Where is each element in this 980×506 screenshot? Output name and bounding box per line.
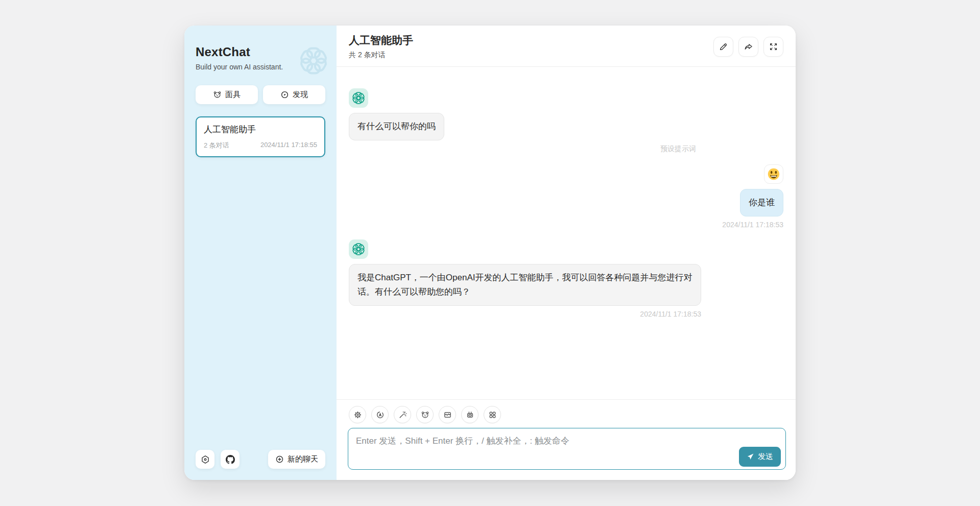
mask-icon [213, 90, 222, 99]
chat-item-title: 人工智能助手 [204, 124, 317, 135]
message-bubble[interactable]: 有什么可以帮你的吗 [349, 113, 444, 140]
chat-panel: 人工智能助手 共 2 条对话 [337, 26, 796, 480]
new-chat-button[interactable]: 新的聊天 [268, 450, 325, 469]
theme-toggle-button[interactable] [371, 406, 389, 423]
settings-icon [201, 455, 210, 464]
clear-context-icon [443, 411, 452, 419]
robot-icon [466, 411, 474, 419]
masks-button[interactable]: 面具 [196, 85, 258, 104]
fullscreen-button[interactable] [763, 37, 783, 57]
chat-list: 人工智能助手 2 条对话 2024/11/1 17:18:55 [196, 116, 325, 450]
assistant-avatar [349, 88, 368, 108]
share-button[interactable] [738, 37, 758, 57]
message-content: 你是谁 2024/11/1 17:18:53 [722, 189, 783, 229]
share-icon [744, 42, 753, 52]
app-window: NextChat Build your own AI assistant. 面具… [184, 26, 796, 480]
message-bubble[interactable]: 你是谁 [740, 189, 783, 216]
chat-header-text: 人工智能助手 共 2 条对话 [349, 33, 413, 60]
send-button-label: 发送 [758, 452, 773, 462]
message-content: 有什么可以帮你的吗 预设提示词 [349, 113, 701, 154]
input-area: 发送 [337, 428, 796, 480]
sidebar: NextChat Build your own AI assistant. 面具… [184, 26, 337, 480]
paper-plane-icon [747, 453, 754, 461]
assistant-message: 有什么可以帮你的吗 预设提示词 [349, 88, 783, 154]
shortcut-commands-button[interactable] [484, 406, 501, 423]
composer: 发送 [337, 399, 796, 480]
assistant-message: 我是ChatGPT，一个由OpenAI开发的人工智能助手，我可以回答各种问题并与… [349, 239, 783, 318]
message-list: 有什么可以帮你的吗 预设提示词 你是谁 2024/ [337, 67, 796, 399]
preset-prompt-hint: 预设提示词 [660, 144, 696, 154]
openai-logo-icon [352, 243, 365, 256]
github-button[interactable] [221, 450, 240, 469]
send-button[interactable]: 发送 [739, 447, 781, 467]
sidebar-toolbar: 面具 发现 [196, 85, 325, 104]
wand-icon [398, 411, 407, 419]
openai-logo-icon [352, 91, 365, 105]
chat-item-info: 2 条对话 2024/11/1 17:18:55 [204, 141, 317, 150]
chat-item-time: 2024/11/1 17:18:55 [260, 141, 317, 150]
clear-context-button[interactable] [439, 406, 456, 423]
composer-toolbar [337, 400, 796, 428]
rename-button[interactable] [713, 37, 733, 57]
pencil-icon [719, 42, 728, 52]
model-select-button[interactable] [461, 406, 479, 423]
settings-button[interactable] [196, 450, 214, 469]
prompt-wand-button[interactable] [394, 406, 411, 423]
chat-settings-button[interactable] [349, 406, 366, 423]
mask-button[interactable] [416, 406, 434, 423]
chat-header: 人工智能助手 共 2 条对话 [337, 26, 796, 67]
discover-button[interactable]: 发现 [263, 85, 325, 104]
message-timestamp: 2024/11/1 17:18:53 [640, 310, 701, 318]
new-chat-label: 新的聊天 [288, 454, 318, 464]
chat-title: 人工智能助手 [349, 33, 413, 47]
assistant-avatar [349, 239, 368, 259]
chat-item-count: 2 条对话 [204, 141, 229, 150]
openai-logo-watermark-icon [299, 46, 328, 76]
discover-icon [280, 90, 289, 99]
grinning-emoji-icon [767, 167, 780, 181]
gear-icon [353, 411, 362, 419]
message-timestamp: 2024/11/1 17:18:53 [722, 221, 783, 229]
user-message: 你是谁 2024/11/1 17:18:53 [349, 164, 783, 229]
plus-circle-icon [275, 455, 284, 464]
chat-list-item[interactable]: 人工智能助手 2 条对话 2024/11/1 17:18:55 [196, 116, 325, 157]
mask-icon [421, 411, 429, 419]
chat-subtitle: 共 2 条对话 [349, 51, 413, 60]
chat-input[interactable] [348, 428, 786, 470]
sidebar-footer: 新的聊天 [196, 450, 325, 469]
message-bubble[interactable]: 我是ChatGPT，一个由OpenAI开发的人工智能助手，我可以回答各种问题并与… [349, 264, 701, 306]
discover-button-label: 发现 [293, 90, 308, 100]
message-content: 我是ChatGPT，一个由OpenAI开发的人工智能助手，我可以回答各种问题并与… [349, 264, 701, 318]
github-icon [226, 455, 235, 464]
user-avatar [764, 164, 783, 184]
masks-button-label: 面具 [225, 90, 241, 100]
fullscreen-icon [769, 42, 778, 52]
shortcut-grid-icon [488, 411, 497, 419]
chat-header-actions [713, 37, 783, 57]
auto-theme-icon [376, 411, 385, 419]
